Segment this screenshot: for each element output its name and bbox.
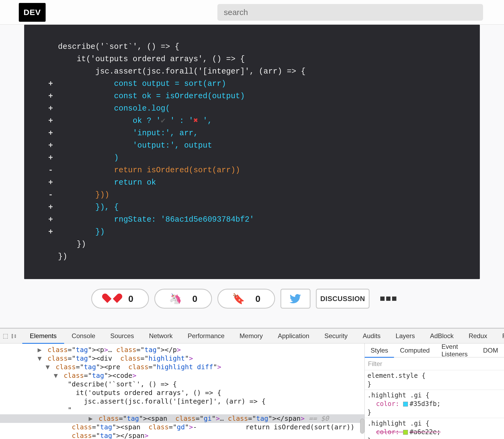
devtools-tab-layers[interactable]: Layers	[388, 328, 422, 343]
elements-node[interactable]: "describe('`sort`', () => {	[38, 380, 364, 389]
css-rule[interactable]: element.style {}	[365, 370, 504, 390]
styles-subtab-styles[interactable]: Styles	[365, 343, 394, 357]
elements-node[interactable]: ▼ class="tag"><pre class="highlight diff…	[38, 363, 364, 371]
devtools-tab-memory[interactable]: Memory	[232, 328, 271, 343]
devtools-tab-audits[interactable]: Audits	[355, 328, 388, 343]
styles-subtab-computed[interactable]: Computed	[394, 343, 436, 357]
styles-subtab-dom[interactable]: DOM	[477, 343, 504, 357]
elements-selected-node[interactable]: ▶ class="tag"><span class="gi">… class="…	[0, 414, 364, 423]
twitter-share-button[interactable]	[280, 289, 311, 309]
code-line: + 'output:', output	[48, 140, 458, 152]
code-line: - return isOrdered(sort(arr))	[48, 164, 458, 177]
bookmark-reaction-button[interactable]: 🔖 0	[217, 289, 275, 309]
devtools-tab-security[interactable]: Security	[317, 328, 355, 343]
devtools-tab-network[interactable]: Network	[141, 328, 180, 343]
bookmark-icon: 🔖	[232, 293, 245, 305]
code-line: it('outputs ordered arrays', () => {	[48, 53, 458, 65]
code-line: jsc.assert(jsc.forall('[integer]', (arr)…	[48, 65, 458, 78]
elements-node[interactable]: it('outputs ordered arrays', () => {	[38, 389, 364, 397]
code-line: + ok ? '✔ ' : '✖ ',	[48, 115, 458, 127]
unicorn-icon: 🦄	[169, 293, 182, 305]
search-input[interactable]	[217, 4, 483, 21]
twitter-icon	[290, 293, 301, 305]
code-line: + console.log(	[48, 103, 458, 115]
heart-icon	[107, 294, 118, 303]
code-line: describe('`sort`', () => {	[48, 41, 458, 53]
code-block: describe('`sort`', () => { it('outputs o…	[24, 25, 480, 279]
article-body: describe('`sort`', () => { it('outputs o…	[0, 25, 504, 313]
code-line: + })	[48, 226, 458, 238]
code-line: })	[48, 238, 458, 251]
devtools-tab-application[interactable]: Application	[270, 328, 317, 343]
styles-pane: StylesComputedEvent ListenersDOM Filter …	[364, 343, 504, 439]
site-logo[interactable]: DEV	[19, 3, 46, 22]
devtools-tab-reac[interactable]: Reac	[495, 328, 504, 343]
code-line: })	[48, 251, 458, 263]
unicorn-count: 0	[192, 294, 198, 304]
top-navbar: DEV	[0, 0, 504, 25]
code-line: + const ok = isOrdered(output)	[48, 90, 458, 103]
elements-scrollbar-thumb[interactable]	[360, 419, 364, 434]
devtools-tab-performance[interactable]: Performance	[180, 328, 232, 343]
elements-node[interactable]: ▼ class="tag"><code>	[38, 371, 364, 380]
code-line: + rngState: '86ac1d5e6093784bf2'	[48, 214, 458, 226]
code-line: + }), {	[48, 201, 458, 214]
css-rule[interactable]: .highlight .gi {color: #35d3fb;}	[365, 390, 504, 418]
elements-node[interactable]: ▶ class="tag"><p>… class="tag"></p>	[38, 346, 364, 354]
devtools-tab-bar: ⬚ ⫿⫾ ElementsConsoleSourcesNetworkPerfor…	[0, 328, 504, 343]
devtools-tab-adblock[interactable]: AdBlock	[422, 328, 461, 343]
code-line: + 'input:', arr,	[48, 127, 458, 140]
devtools-panel: ⬚ ⫿⫾ ElementsConsoleSourcesNetworkPerfor…	[0, 328, 504, 439]
devtools-tab-sources[interactable]: Sources	[103, 328, 141, 343]
elements-node[interactable]: jsc.assert(jsc.forall('[integer]', (arr)…	[38, 397, 364, 406]
unicorn-reaction-button[interactable]: 🦄 0	[154, 289, 212, 309]
more-menu-button[interactable]	[380, 297, 396, 301]
heart-reaction-button[interactable]: 0	[91, 289, 149, 309]
device-toolbar-icon[interactable]: ⫿⫾	[11, 332, 17, 339]
code-line: + )	[48, 152, 458, 164]
elements-tree[interactable]: ▶ class="tag"><p>… class="tag"></p>▼ cla…	[0, 343, 364, 439]
code-line: + const output = sort(arr)	[48, 78, 458, 90]
styles-filter-input[interactable]: Filter	[365, 357, 504, 370]
elements-node[interactable]: "	[38, 406, 364, 414]
elements-node[interactable]: class="tag"><span class="gd">- return is…	[38, 423, 364, 431]
elements-node[interactable]: class="tag"></span>	[38, 431, 364, 439]
elements-node[interactable]: ▼ class="tag"><div class="highlight">	[38, 354, 364, 363]
bookmark-count: 0	[255, 294, 261, 304]
styles-subtab-event-listeners[interactable]: Event Listeners	[436, 343, 477, 357]
heart-count: 0	[128, 294, 133, 304]
reaction-bar: 0 🦄 0 🔖 0 DISCUSSION	[0, 284, 504, 313]
devtools-tab-elements[interactable]: Elements	[22, 328, 64, 343]
css-rule[interactable]: .highlight .gi {color: #a6e22e;}	[365, 418, 504, 439]
code-line: + return ok	[48, 177, 458, 189]
code-line: - }))	[48, 189, 458, 201]
devtools-tab-console[interactable]: Console	[64, 328, 103, 343]
inspect-element-icon[interactable]: ⬚	[3, 332, 8, 339]
devtools-tab-redux[interactable]: Redux	[461, 328, 495, 343]
discussion-button[interactable]: DISCUSSION	[316, 289, 370, 309]
